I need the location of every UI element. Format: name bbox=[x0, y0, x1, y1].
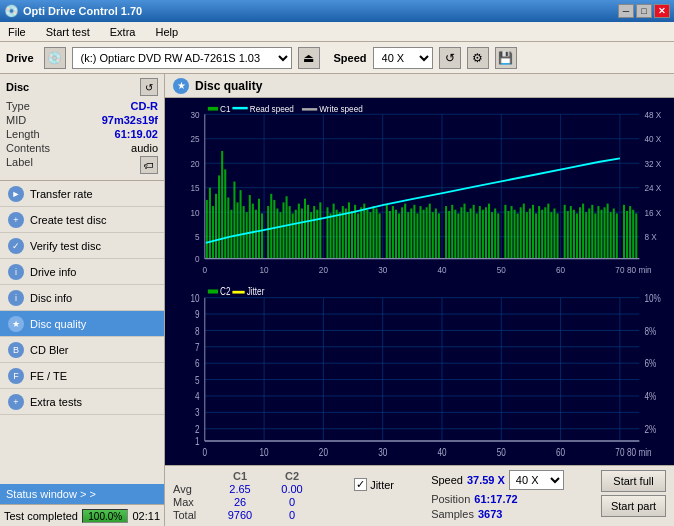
svg-text:8: 8 bbox=[195, 324, 200, 336]
svg-text:60: 60 bbox=[556, 445, 565, 457]
disc-refresh-button[interactable]: ↺ bbox=[140, 78, 158, 96]
save-button[interactable]: 💾 bbox=[495, 47, 517, 69]
nav-drive-info[interactable]: i Drive info bbox=[0, 259, 164, 285]
stats-avg-row: Avg 2.65 0.00 bbox=[173, 483, 317, 495]
svg-text:8%: 8% bbox=[644, 324, 656, 336]
c2-chart-svg: 10 9 8 7 6 5 4 3 2 1 10% 8% 6% 4% 2% bbox=[169, 284, 670, 462]
disc-info-icon: i bbox=[8, 290, 24, 306]
nav-transfer-rate[interactable]: ► Transfer rate bbox=[0, 181, 164, 207]
svg-text:3: 3 bbox=[195, 406, 200, 418]
svg-rect-173 bbox=[232, 107, 247, 109]
nav-disc-quality[interactable]: ★ Disc quality bbox=[0, 311, 164, 337]
svg-rect-56 bbox=[339, 212, 341, 259]
svg-rect-73 bbox=[395, 210, 397, 259]
menu-extra[interactable]: Extra bbox=[106, 24, 140, 40]
svg-rect-140 bbox=[613, 209, 615, 259]
svg-rect-89 bbox=[448, 211, 450, 259]
c1-chart: 30 25 20 15 10 5 0 48 X 40 X 32 X 24 X 1… bbox=[169, 102, 670, 280]
svg-text:2: 2 bbox=[195, 422, 200, 434]
menu-file[interactable]: File bbox=[4, 24, 30, 40]
disc-mid-label: MID bbox=[6, 114, 26, 126]
menu-help[interactable]: Help bbox=[151, 24, 182, 40]
stats-area: C1 C2 Avg 2.65 0.00 Max 26 0 bbox=[165, 465, 674, 526]
svg-text:40 X: 40 X bbox=[644, 134, 661, 145]
svg-rect-125 bbox=[567, 211, 569, 259]
charts-area: 30 25 20 15 10 5 0 48 X 40 X 32 X 24 X 1… bbox=[165, 98, 674, 465]
disc-contents-row: Contents audio bbox=[6, 142, 158, 154]
svg-rect-138 bbox=[607, 204, 609, 259]
disc-length-value: 61:19.02 bbox=[115, 128, 158, 140]
svg-rect-90 bbox=[451, 205, 453, 259]
nav-drive-info-label: Drive info bbox=[30, 266, 76, 278]
svg-rect-52 bbox=[326, 207, 328, 258]
speed-label2: Speed bbox=[431, 474, 463, 486]
test-completed-label: Test completed bbox=[4, 510, 78, 522]
svg-rect-80 bbox=[416, 213, 418, 258]
disc-label-row: Label 🏷 bbox=[6, 156, 158, 174]
nav-verify-test-disc[interactable]: ✓ Verify test disc bbox=[0, 233, 164, 259]
svg-rect-36 bbox=[273, 200, 275, 259]
app-icon: 💿 bbox=[4, 4, 19, 18]
nav-create-test-disc[interactable]: + Create test disc bbox=[0, 207, 164, 233]
svg-rect-136 bbox=[600, 210, 602, 259]
svg-rect-15 bbox=[206, 200, 208, 259]
maximize-button[interactable]: □ bbox=[636, 4, 652, 18]
svg-text:10: 10 bbox=[260, 265, 269, 276]
svg-rect-108 bbox=[510, 206, 512, 259]
disc-contents-label: Contents bbox=[6, 142, 50, 154]
svg-rect-64 bbox=[363, 204, 365, 259]
svg-rect-50 bbox=[316, 210, 318, 259]
svg-rect-53 bbox=[330, 213, 332, 258]
speed-group: Speed 37.59 X 40 X bbox=[431, 470, 564, 490]
svg-rect-41 bbox=[289, 206, 291, 259]
eject-button[interactable]: ⏏ bbox=[298, 47, 320, 69]
svg-text:70: 70 bbox=[615, 265, 624, 276]
title-bar: 💿 Opti Drive Control 1.70 ─ □ ✕ bbox=[0, 0, 674, 22]
svg-rect-47 bbox=[307, 205, 309, 259]
start-part-button[interactable]: Start part bbox=[601, 495, 666, 517]
status-window[interactable]: Status window > > bbox=[0, 484, 164, 504]
disc-mid-value: 97m32s19f bbox=[102, 114, 158, 126]
nav-fe-te[interactable]: F FE / TE bbox=[0, 363, 164, 389]
jitter-checkbox[interactable]: ✓ bbox=[354, 478, 367, 491]
svg-text:10: 10 bbox=[260, 445, 269, 457]
speed-value: 37.59 X bbox=[467, 474, 505, 486]
svg-text:40: 40 bbox=[437, 445, 446, 457]
disc-label-button[interactable]: 🏷 bbox=[140, 156, 158, 174]
speed-select[interactable]: 40 X bbox=[373, 47, 433, 69]
close-button[interactable]: ✕ bbox=[654, 4, 670, 18]
disc-quality-header-icon: ★ bbox=[173, 78, 189, 94]
start-full-button[interactable]: Start full bbox=[601, 470, 666, 492]
svg-rect-58 bbox=[345, 209, 347, 259]
svg-rect-134 bbox=[594, 213, 596, 258]
svg-text:0: 0 bbox=[195, 254, 200, 265]
nav-disc-info[interactable]: i Disc info bbox=[0, 285, 164, 311]
max-c1: 26 bbox=[215, 496, 265, 508]
minimize-button[interactable]: ─ bbox=[618, 4, 634, 18]
svg-rect-38 bbox=[279, 212, 281, 259]
nav-cd-bler[interactable]: B CD Bler bbox=[0, 337, 164, 363]
menu-start-test[interactable]: Start test bbox=[42, 24, 94, 40]
c1-chart-svg: 30 25 20 15 10 5 0 48 X 40 X 32 X 24 X 1… bbox=[169, 102, 670, 280]
disc-quality-header: ★ Disc quality bbox=[165, 74, 674, 98]
refresh-button[interactable]: ↺ bbox=[439, 47, 461, 69]
jitter-check[interactable]: ✓ Jitter bbox=[354, 478, 394, 491]
svg-rect-107 bbox=[507, 211, 509, 259]
svg-text:7: 7 bbox=[195, 340, 200, 352]
svg-text:10: 10 bbox=[191, 207, 200, 218]
svg-rect-115 bbox=[532, 205, 534, 259]
svg-rect-61 bbox=[354, 205, 356, 259]
svg-rect-100 bbox=[482, 210, 484, 259]
nav-extra-tests[interactable]: + Extra tests bbox=[0, 389, 164, 415]
settings-button[interactable]: ⚙ bbox=[467, 47, 489, 69]
disc-quality-title: Disc quality bbox=[195, 79, 262, 93]
transfer-rate-icon: ► bbox=[8, 186, 24, 202]
disc-header: Disc ↺ bbox=[6, 78, 158, 96]
speed-select2[interactable]: 40 X bbox=[509, 470, 564, 490]
verify-test-disc-icon: ✓ bbox=[8, 238, 24, 254]
position-group: Position 61:17.72 bbox=[431, 493, 564, 505]
disc-label-label: Label bbox=[6, 156, 33, 174]
drive-select[interactable]: (k:) Optiarc DVD RW AD-7261S 1.03 bbox=[72, 47, 292, 69]
svg-rect-20 bbox=[221, 151, 223, 259]
svg-text:25: 25 bbox=[191, 134, 200, 145]
